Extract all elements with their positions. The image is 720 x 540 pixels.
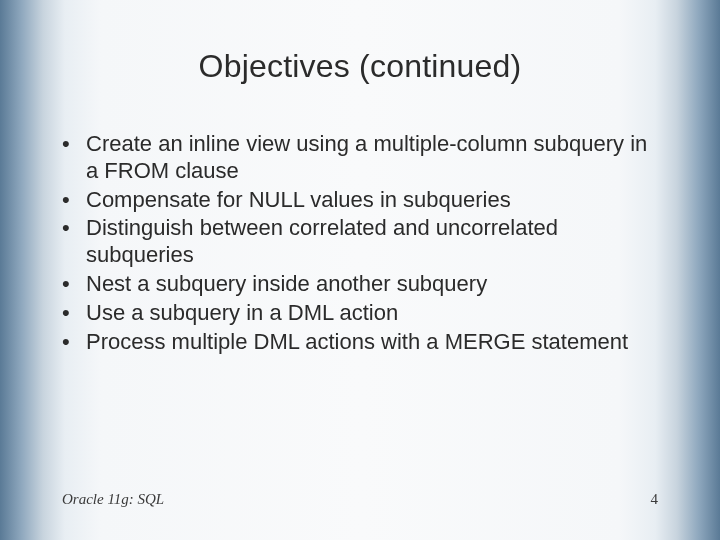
list-item: Process multiple DML actions with a MERG…: [58, 329, 662, 356]
list-item: Create an inline view using a multiple-c…: [58, 131, 662, 185]
footer-source: Oracle 11g: SQL: [62, 491, 164, 508]
bullet-list: Create an inline view using a multiple-c…: [58, 131, 662, 356]
slide-title: Objectives (continued): [58, 48, 662, 85]
slide: Objectives (continued) Create an inline …: [0, 0, 720, 540]
list-item: Nest a subquery inside another subquery: [58, 271, 662, 298]
list-item: Use a subquery in a DML action: [58, 300, 662, 327]
list-item: Compensate for NULL values in subqueries: [58, 187, 662, 214]
slide-footer: Oracle 11g: SQL 4: [0, 491, 720, 508]
footer-page-number: 4: [651, 491, 659, 508]
list-item: Distinguish between correlated and uncor…: [58, 215, 662, 269]
